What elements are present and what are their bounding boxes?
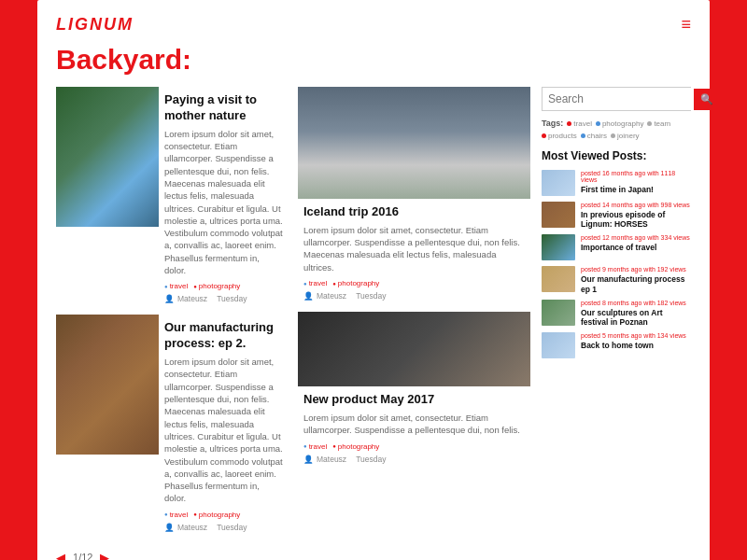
most-viewed-list: posted 16 months ago with 1118 views Fir…: [542, 170, 691, 358]
date-2: Tuesday: [217, 523, 247, 532]
date-3: Tuesday: [356, 291, 386, 301]
mv-thumb-2: [542, 202, 575, 228]
article-card-1[interactable]: Paying a visit to mother nature Lorem ip…: [56, 87, 289, 307]
tag-photo-2[interactable]: photography: [193, 511, 240, 519]
mv-thumb-4: [542, 266, 575, 292]
article-2-excerpt: Lorem ipsum dolor sit amet, consectetur.…: [164, 356, 283, 505]
tag-pill-travel[interactable]: travel: [567, 119, 592, 128]
mv-meta-3: posted 12 months ago with 334 views: [581, 234, 691, 241]
prev-button[interactable]: ◀: [56, 551, 65, 560]
search-box: 🔍: [542, 87, 691, 111]
sidebar: 🔍 Tags: travel photography team products…: [542, 87, 691, 560]
mv-title-1: First time in Japan!: [581, 185, 691, 194]
mv-title-4: Our manufacturing process ep 1: [581, 274, 691, 293]
tag-photo-1[interactable]: photography: [193, 282, 240, 290]
mv-text-4: posted 9 months ago with 192 views Our m…: [581, 266, 691, 293]
tag-travel-4[interactable]: travel: [303, 442, 327, 451]
article-1-tags: travel photography: [164, 282, 283, 290]
next-button[interactable]: ▶: [100, 551, 109, 560]
article-1-body: Paying a visit to mother nature Lorem ip…: [159, 87, 289, 307]
article-3-tags: travel photography: [303, 279, 525, 287]
mv-text-2: posted 14 months ago with 998 views In p…: [581, 202, 691, 229]
tag-pill-photography[interactable]: photography: [596, 119, 643, 128]
search-button[interactable]: 🔍: [694, 89, 720, 110]
mv-item-4[interactable]: posted 9 months ago with 192 views Our m…: [542, 266, 691, 293]
mv-thumb-1: [542, 170, 575, 196]
mv-text-1: posted 16 months ago with 1118 views Fir…: [581, 170, 691, 194]
article-2-title: Our manufacturing process: ep 2.: [164, 320, 283, 352]
mv-meta-1: posted 16 months ago with 1118 views: [581, 170, 691, 183]
article-col-2: Iceland trip 2016 Lorem ipsum dolor sit …: [298, 87, 530, 560]
mv-text-3: posted 12 months ago with 334 views Impo…: [581, 234, 691, 252]
mv-item-2[interactable]: posted 14 months ago with 998 views In p…: [542, 202, 691, 229]
mv-item-6[interactable]: posted 5 months ago with 134 views Back …: [542, 332, 691, 358]
search-input[interactable]: [543, 88, 694, 110]
author-icon-2: 👤 Mateusz: [164, 523, 207, 532]
author-icon-4: 👤 Mateusz: [303, 455, 346, 464]
article-card-4[interactable]: New product May 2017 Lorem ipsum dolor s…: [298, 312, 530, 467]
articles-section: Paying a visit to mother nature Lorem ip…: [56, 87, 530, 560]
author-icon-3: 👤 Mateusz: [303, 291, 346, 301]
tag-travel-2[interactable]: travel: [164, 511, 188, 519]
tag-pill-chairs[interactable]: chairs: [581, 132, 607, 140]
article-card-3[interactable]: Iceland trip 2016 Lorem ipsum dolor sit …: [298, 87, 530, 304]
article-2-body: Our manufacturing process: ep 2. Lorem i…: [159, 315, 289, 535]
main-container: LIGNUM ≡ Backyard: Paying a visit to mot…: [37, 0, 710, 560]
article-1-image: [56, 87, 159, 227]
page-title: Backyard:: [56, 44, 691, 76]
mv-item-5[interactable]: posted 8 months ago with 182 views Our s…: [542, 300, 691, 327]
article-4-tags: travel photography: [303, 442, 525, 451]
mv-item-3[interactable]: posted 12 months ago with 334 views Impo…: [542, 234, 691, 260]
mv-title-3: Importance of travel: [581, 243, 691, 252]
mv-meta-4: posted 9 months ago with 192 views: [581, 266, 691, 273]
mv-meta-6: posted 5 months ago with 134 views: [581, 332, 691, 339]
tag-photo-4[interactable]: photography: [332, 442, 379, 451]
article-3-excerpt: Lorem ipsum dolor sit amet, consectetur.…: [303, 224, 525, 273]
tag-pill-team[interactable]: team: [647, 119, 670, 128]
tag-photo-3[interactable]: photography: [332, 279, 379, 287]
mv-thumb-6: [542, 332, 575, 358]
author-icon-1: 👤 Mateusz: [164, 294, 207, 303]
most-viewed-title: Most Viewed Posts:: [542, 149, 691, 162]
article-1-excerpt: Lorem ipsum dolor sit amet, consectetur.…: [164, 128, 283, 277]
logo: LIGNUM: [56, 15, 134, 35]
mv-title-5: Our sculptures on Art festival in Poznan: [581, 308, 691, 327]
mv-meta-2: posted 14 months ago with 998 views: [581, 202, 691, 208]
article-2-image: [56, 315, 159, 455]
article-4-image: [298, 312, 530, 386]
mv-thumb-5: [542, 300, 575, 326]
article-1-title: Paying a visit to mother nature: [164, 92, 283, 124]
mv-meta-5: posted 8 months ago with 182 views: [581, 300, 691, 306]
article-3-title: Iceland trip 2016: [303, 204, 525, 220]
article-card-2[interactable]: Our manufacturing process: ep 2. Lorem i…: [56, 315, 289, 535]
article-2-meta: 👤 Mateusz Tuesday: [164, 523, 283, 532]
date-1: Tuesday: [217, 294, 247, 303]
mv-thumb-3: [542, 234, 575, 260]
mv-text-6: posted 5 months ago with 134 views Back …: [581, 332, 691, 350]
tag-travel-1[interactable]: travel: [164, 282, 188, 290]
mv-title-2: In previous episode of Lignum: HORSES: [581, 210, 691, 229]
mv-item-1[interactable]: posted 16 months ago with 1118 views Fir…: [542, 170, 691, 196]
tags-label: Tags:: [542, 119, 563, 128]
tag-travel-3[interactable]: travel: [303, 279, 327, 287]
tag-pill-products[interactable]: products: [542, 132, 577, 140]
top-bar: LIGNUM ≡: [56, 15, 691, 35]
main-content: Paying a visit to mother nature Lorem ip…: [56, 87, 691, 560]
article-4-meta: 👤 Mateusz Tuesday: [303, 455, 525, 464]
article-3-image: [298, 87, 530, 199]
hamburger-icon[interactable]: ≡: [681, 15, 691, 35]
article-col-1: Paying a visit to mother nature Lorem ip…: [56, 87, 289, 560]
article-4-excerpt: Lorem ipsum dolor sit amet, consectetur.…: [303, 412, 525, 437]
page-info: 1/12: [73, 552, 92, 560]
mv-title-6: Back to home town: [581, 341, 691, 350]
article-2-tags: travel photography: [164, 511, 283, 519]
tag-pill-joinery[interactable]: joinery: [611, 132, 640, 140]
mv-text-5: posted 8 months ago with 182 views Our s…: [581, 300, 691, 327]
pagination: ◀ 1/12 ▶: [56, 551, 289, 560]
article-4-body: New product May 2017 Lorem ipsum dolor s…: [298, 386, 530, 467]
tags-section: Tags: travel photography team products c…: [542, 119, 691, 140]
article-4-title: New product May 2017: [303, 392, 525, 408]
article-3-body: Iceland trip 2016 Lorem ipsum dolor sit …: [298, 199, 530, 304]
article-3-meta: 👤 Mateusz Tuesday: [303, 291, 525, 301]
article-1-meta: 👤 Mateusz Tuesday: [164, 294, 283, 303]
